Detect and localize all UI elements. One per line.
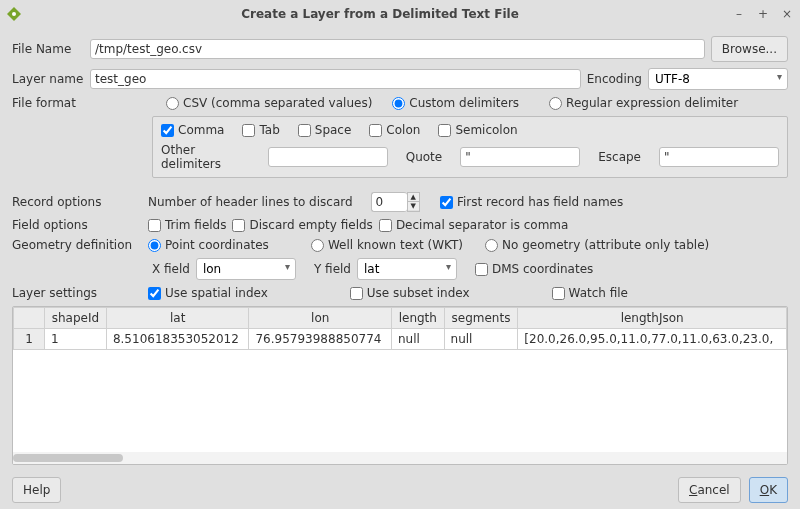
svg-point-1 [12,12,16,16]
format-custom-radio[interactable]: Custom delimiters [392,96,519,110]
dms-check[interactable]: DMS coordinates [475,262,593,276]
fileformat-label: File format [12,96,84,110]
close-icon[interactable]: × [780,7,794,21]
browse-button[interactable]: Browse... [711,36,788,62]
delim-comma-check[interactable]: Comma [161,123,224,137]
layername-input[interactable] [90,69,581,89]
help-button[interactable]: Help [12,477,61,503]
header-lines-input[interactable] [371,192,407,212]
record-options-label: Record options [12,195,142,209]
window-title: Create a Layer from a Delimited Text Fil… [28,7,732,21]
other-delim-label: Other delimiters [161,143,250,171]
xfield-label: X field [152,262,190,276]
discard-empty-check[interactable]: Discard empty fields [232,218,372,232]
first-record-names-check[interactable]: First record has field names [440,195,623,209]
trim-fields-check[interactable]: Trim fields [148,218,226,232]
delim-semicolon-check[interactable]: Semicolon [438,123,517,137]
delimiter-box: Comma Tab Space Colon Semicolon Other de… [152,116,788,178]
geom-point-radio[interactable]: Point coordinates [148,238,269,252]
header-lines-label: Number of header lines to discard [148,195,353,209]
preview-table: shapeId lat lon length segments lengthJs… [12,306,788,465]
geom-none-radio[interactable]: No geometry (attribute only table) [485,238,709,252]
filename-label: File Name [12,42,84,56]
yfield-label: Y field [314,262,351,276]
delim-colon-check[interactable]: Colon [369,123,420,137]
escape-label: Escape [598,150,641,164]
delim-tab-check[interactable]: Tab [242,123,279,137]
filename-input[interactable] [90,39,705,59]
table-header-row: shapeId lat lon length segments lengthJs… [14,308,787,329]
decimal-comma-check[interactable]: Decimal separator is comma [379,218,569,232]
field-options-label: Field options [12,218,142,232]
xfield-select[interactable]: lon [196,258,296,280]
encoding-select[interactable]: UTF-8 [648,68,788,90]
layer-settings-label: Layer settings [12,286,142,300]
geometry-def-label: Geometry definition [12,238,142,252]
encoding-label: Encoding [587,72,642,86]
horizontal-scrollbar[interactable] [13,452,787,464]
other-delim-input[interactable] [268,147,388,167]
spatial-index-check[interactable]: Use spatial index [148,286,268,300]
format-csv-radio[interactable]: CSV (comma separated values) [166,96,372,110]
format-regex-radio[interactable]: Regular expression delimiter [549,96,738,110]
quote-label: Quote [406,150,442,164]
quote-input[interactable] [460,147,580,167]
subset-index-check[interactable]: Use subset index [350,286,470,300]
minimize-icon[interactable]: – [732,7,746,21]
maximize-icon[interactable]: + [756,7,770,21]
cancel-button[interactable]: Cancel [678,477,741,503]
spin-up-icon[interactable]: ▲ [408,193,419,202]
app-icon [6,6,22,22]
geom-wkt-radio[interactable]: Well known text (WKT) [311,238,463,252]
ok-button[interactable]: OK [749,477,788,503]
header-lines-spinner[interactable]: ▲▼ [371,192,420,212]
layername-label: Layer name [12,72,84,86]
watch-file-check[interactable]: Watch file [552,286,628,300]
escape-input[interactable] [659,147,779,167]
spin-down-icon[interactable]: ▼ [408,202,419,210]
delim-space-check[interactable]: Space [298,123,352,137]
table-row[interactable]: 1 1 8.510618353052012 76.95793988850774 … [14,329,787,350]
yfield-select[interactable]: lat [357,258,457,280]
